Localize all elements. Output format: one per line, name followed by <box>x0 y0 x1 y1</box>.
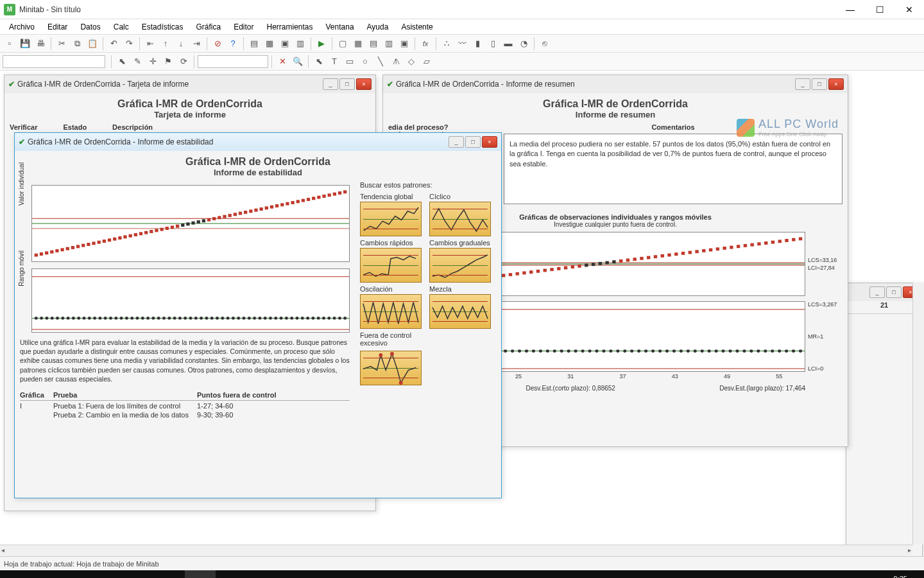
sm-min[interactable]: _ <box>795 78 810 90</box>
cancel-icon[interactable]: ⊘ <box>210 37 225 51</box>
svg-point-236 <box>274 317 277 320</box>
chrome-icon[interactable]: ◉ <box>154 570 185 578</box>
pattern-excessive-icon[interactable] <box>360 351 422 385</box>
session-icon[interactable]: ▤ <box>247 37 261 51</box>
circle-tool-icon[interactable]: ○ <box>358 55 372 69</box>
play-icon[interactable]: ▶ <box>314 37 329 51</box>
svg-point-120 <box>771 349 774 353</box>
rect-tool-icon[interactable]: ▭ <box>343 55 357 69</box>
data-grid-icon[interactable]: ▤ <box>366 37 381 51</box>
nav-first-icon[interactable]: ⇤ <box>143 37 157 51</box>
paste-icon[interactable]: 📋 <box>85 37 99 51</box>
taskview-icon[interactable]: ◧ <box>62 570 92 578</box>
chart-hist-icon[interactable]: ▮ <box>470 37 484 51</box>
nav-last-icon[interactable]: ⇥ <box>189 37 203 51</box>
column-header[interactable]: 21 <box>846 301 922 314</box>
st-min[interactable]: _ <box>449 136 464 148</box>
maximize-button[interactable]: ☐ <box>865 0 894 19</box>
ws-max[interactable]: □ <box>886 286 902 298</box>
marker-tool-icon[interactable]: ◇ <box>404 55 418 69</box>
menu-ventana[interactable]: Ventana <box>320 21 361 33</box>
menu-ayuda[interactable]: Ayuda <box>361 21 395 33</box>
svg-point-111 <box>708 349 711 353</box>
menu-grafica[interactable]: Gráfica <box>189 21 227 33</box>
delete-icon[interactable]: ✕ <box>275 55 289 69</box>
menu-calc[interactable]: Calc <box>107 21 135 33</box>
help-icon[interactable]: ? <box>226 37 240 51</box>
pointer-icon[interactable]: ⬉ <box>115 55 129 69</box>
redo-icon[interactable]: ↷ <box>122 37 136 51</box>
svg-rect-28 <box>564 267 567 270</box>
select-tool-icon[interactable]: ⬉ <box>312 55 326 69</box>
chart-scatter-icon[interactable]: ∴ <box>440 37 454 51</box>
minitab-task-icon[interactable]: ▮ <box>185 570 216 578</box>
close-button[interactable]: ✕ <box>894 0 924 19</box>
menu-herramientas[interactable]: Herramientas <box>261 21 320 33</box>
menu-asistente[interactable]: Asistente <box>395 21 439 33</box>
data-report-icon[interactable]: ▣ <box>397 37 411 51</box>
pattern-shift-icon[interactable] <box>360 248 422 283</box>
minimize-button[interactable]: — <box>835 0 865 19</box>
polyline-tool-icon[interactable]: ⩚ <box>389 55 403 69</box>
data-list-icon[interactable]: ▥ <box>382 37 396 51</box>
pattern-mixture-icon[interactable] <box>429 294 491 329</box>
rc-max[interactable]: □ <box>339 78 355 90</box>
chart-box-icon[interactable]: ▯ <box>486 37 500 51</box>
fx-icon[interactable]: fx <box>418 37 432 51</box>
svg-rect-32 <box>592 263 595 266</box>
nav-up-icon[interactable]: ↑ <box>158 37 173 51</box>
menu-editar[interactable]: Editar <box>41 21 74 33</box>
explorer-icon[interactable]: ▣ <box>123 570 154 578</box>
print-icon[interactable]: 🖶 <box>33 37 47 51</box>
menu-archivo[interactable]: Archivo <box>3 21 41 33</box>
rc-min[interactable]: _ <box>323 78 338 90</box>
worksheet-icon[interactable]: ▦ <box>262 37 277 51</box>
menu-datos[interactable]: Datos <box>74 21 107 33</box>
sm-close[interactable]: × <box>828 78 844 90</box>
st-max[interactable]: □ <box>465 136 481 148</box>
st-close[interactable]: × <box>482 136 497 148</box>
new-icon[interactable]: ▫ <box>3 37 17 51</box>
stability-window[interactable]: ✔ Gráfica I-MR de OrdenCorrida - Informe… <box>14 132 502 498</box>
h-scrollbar[interactable]: ▸ ◂ <box>0 545 912 556</box>
brush-icon[interactable]: ⎋ <box>538 37 552 51</box>
search-icon[interactable]: ⌕ <box>31 570 62 578</box>
crosshair-icon[interactable]: ✛ <box>146 55 160 69</box>
save-icon[interactable]: 💾 <box>18 37 32 51</box>
pattern-drift-icon[interactable] <box>429 248 491 283</box>
reportpad-icon[interactable]: ▥ <box>293 37 307 51</box>
tray-clock[interactable]: 9:35 15/12/2017 <box>872 575 907 578</box>
polygon-tool-icon[interactable]: ▱ <box>420 55 434 69</box>
rc-close[interactable]: × <box>356 78 372 90</box>
line-tool-icon[interactable]: ╲ <box>373 55 388 69</box>
copy-icon[interactable]: ⧉ <box>70 37 84 51</box>
v-scrollbar[interactable] <box>912 283 924 545</box>
ws-min[interactable]: _ <box>869 286 885 298</box>
undo-icon[interactable]: ↶ <box>107 37 121 51</box>
nav-down-icon[interactable]: ↓ <box>174 37 188 51</box>
start-icon[interactable]: ⊞ <box>0 570 31 578</box>
edge-icon[interactable]: e <box>92 570 123 578</box>
data-table-icon[interactable]: ▦ <box>351 37 365 51</box>
name-box[interactable] <box>3 55 105 68</box>
worksheet-window[interactable]: _□× 21 <box>846 283 923 556</box>
sm-max[interactable]: □ <box>812 78 827 90</box>
data-window-icon[interactable]: ▢ <box>336 37 350 51</box>
rotate-icon[interactable]: ⟳ <box>176 55 191 69</box>
pattern-cyclic-icon[interactable] <box>429 202 491 236</box>
chart-bar-icon[interactable]: ▬ <box>501 37 515 51</box>
text-tool-icon[interactable]: T <box>327 55 341 69</box>
pattern-trend-icon[interactable] <box>360 202 422 236</box>
brush2-icon[interactable]: ✎ <box>130 55 144 69</box>
svg-point-115 <box>735 349 739 353</box>
menu-editor[interactable]: Editor <box>227 21 260 33</box>
chart-line-icon[interactable]: 〰 <box>455 37 469 51</box>
flag-icon[interactable]: ⚑ <box>161 55 175 69</box>
chart-pie-icon[interactable]: ◔ <box>517 37 531 51</box>
layer-select[interactable] <box>198 55 268 68</box>
pattern-oscillation-icon[interactable] <box>360 294 422 329</box>
graph-icon[interactable]: ▣ <box>278 37 292 51</box>
menu-estadisticas[interactable]: Estadísticas <box>135 21 190 33</box>
cut-icon[interactable]: ✂ <box>55 37 69 51</box>
zoom-icon[interactable]: 🔍 <box>291 55 305 69</box>
